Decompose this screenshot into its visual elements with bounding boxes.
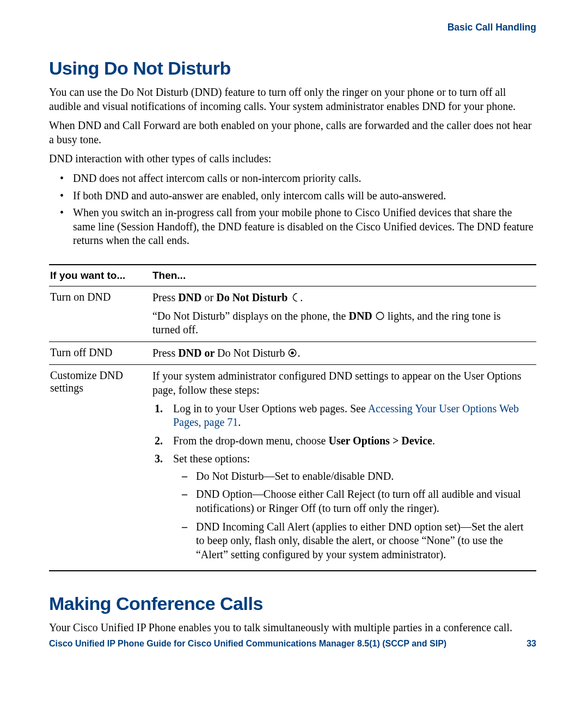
text: “Do Not Disturb” displays on the phone, …	[152, 310, 349, 322]
dnd-table: If you want to... Then... Turn on DND Pr…	[49, 264, 536, 572]
body-paragraph: Your Cisco Unified IP Phone enables you …	[49, 621, 536, 635]
text-bold: User Options > Device	[328, 435, 432, 447]
footer-page-number: 33	[526, 639, 536, 649]
footer-guide-title: Cisco Unified IP Phone Guide for Cisco U…	[49, 639, 446, 649]
section-title-dnd: Using Do Not Disturb	[49, 58, 536, 79]
table-cell: Customize DND settings	[49, 365, 151, 571]
dash-list: Do Not Disturb—Set to enable/disable DND…	[173, 469, 531, 562]
section-title-conference: Making Conference Calls	[49, 593, 536, 614]
dnd-circle-icon	[375, 310, 385, 320]
list-item: DND Incoming Call Alert (applies to eith…	[194, 520, 531, 562]
dnd-moon-icon	[290, 292, 300, 302]
table-header: If you want to...	[49, 265, 151, 286]
list-item: If both DND and auto-answer are enabled,…	[71, 189, 536, 203]
list-item: When you switch an in-progress call from…	[71, 206, 536, 248]
page-footer: Cisco Unified IP Phone Guide for Cisco U…	[49, 639, 536, 649]
text-bold: DND or	[178, 347, 217, 359]
text: .	[300, 291, 303, 303]
body-paragraph: You can use the Do Not Disturb (DND) fea…	[49, 86, 536, 113]
text-bold: DND	[348, 310, 375, 322]
body-paragraph: DND interaction with other types of call…	[49, 152, 536, 166]
table-cell: Turn off DND	[49, 341, 151, 365]
step-item: Set these options: Do Not Disturb—Set to…	[168, 452, 531, 562]
table-cell: If your system administrator configured …	[151, 365, 536, 571]
step-item: From the drop-down menu, choose User Opt…	[168, 434, 531, 448]
body-paragraph: When DND and Call Forward are both enabl…	[49, 119, 536, 147]
step-item: Log in to your User Options web pages. S…	[168, 402, 531, 430]
table-cell: Press DND or Do Not Disturb .	[151, 341, 536, 365]
page: Basic Call Handling Using Do Not Disturb…	[0, 0, 588, 714]
ordered-steps: Log in to your User Options web pages. S…	[152, 402, 531, 562]
table-header: Then...	[151, 265, 536, 286]
text: From the drop-down menu, choose	[173, 435, 329, 447]
table-row: Customize DND settings If your system ad…	[49, 365, 536, 571]
text: .	[297, 347, 300, 359]
text: .	[238, 416, 241, 428]
svg-point-2	[291, 351, 294, 354]
text: Do Not Disturb	[217, 347, 287, 359]
list-item: DND does not affect intercom calls or no…	[71, 172, 536, 186]
text-bold: Do Not Disturb	[216, 291, 290, 303]
text: Press	[152, 291, 178, 303]
header-breadcrumb[interactable]: Basic Call Handling	[49, 22, 536, 33]
list-item: DND Option—Choose either Call Reject (to…	[194, 487, 531, 515]
dnd-target-icon	[287, 347, 297, 357]
table-cell: Press DND or Do Not Disturb . “Do Not Di…	[151, 286, 536, 341]
table-cell: Turn on DND	[49, 286, 151, 341]
list-item: Do Not Disturb—Set to enable/disable DND…	[194, 469, 531, 484]
text: If your system administrator configured …	[152, 369, 531, 397]
bullet-list: DND does not affect intercom calls or no…	[49, 172, 536, 248]
text: Press	[152, 347, 178, 359]
table-row: Turn on DND Press DND or Do Not Disturb …	[49, 286, 536, 341]
table-row: Turn off DND Press DND or Do Not Disturb…	[49, 341, 536, 365]
svg-point-0	[376, 312, 384, 320]
text: or	[202, 291, 217, 303]
text-bold: DND	[178, 291, 201, 303]
text: Set these options:	[173, 453, 250, 465]
text: Log in to your User Options web pages. S…	[173, 402, 368, 414]
text: .	[432, 435, 435, 447]
